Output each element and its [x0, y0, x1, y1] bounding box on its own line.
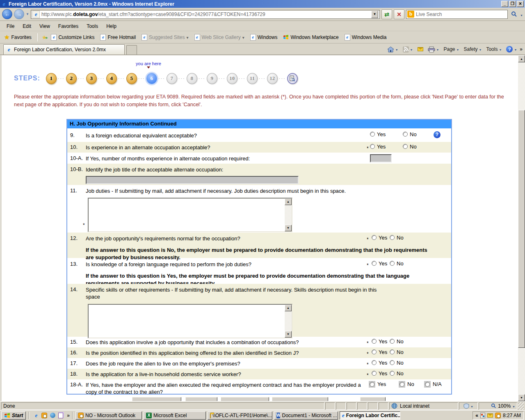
resize-grip[interactable] — [518, 402, 524, 410]
zoom-control[interactable]: 100% — [479, 402, 517, 410]
task-ie-active[interactable]: Foreign Labor Certific... — [340, 411, 400, 420]
partial-button[interactable] — [221, 397, 269, 401]
search-input[interactable] — [416, 11, 507, 17]
partial-button[interactable] — [360, 397, 386, 401]
step-4[interactable]: 4 — [106, 73, 117, 84]
tray-chevron[interactable] — [475, 413, 478, 418]
start-button[interactable]: Start — [1, 411, 26, 420]
more-commands-chevron[interactable] — [520, 46, 523, 52]
home-button[interactable] — [386, 46, 400, 53]
minimize-button[interactable] — [501, 1, 508, 7]
scroll-down-icon[interactable] — [518, 394, 525, 401]
quick-launch-chevron[interactable] — [67, 413, 70, 418]
q11-textarea-scrollbar[interactable] — [285, 199, 292, 231]
fav-link-windows-media[interactable]: Windows Media — [343, 34, 388, 41]
q15-no-radio[interactable] — [390, 339, 395, 344]
fav-link-suggested-sites[interactable]: Suggested Sites — [140, 34, 190, 41]
q13-yes-radio[interactable] — [372, 261, 377, 266]
task-network-folder[interactable]: \\OFLC-ATL-FP01\Home\... — [208, 411, 272, 420]
protected-mode-pane[interactable] — [459, 402, 478, 410]
q14-skills-textarea[interactable] — [89, 305, 285, 338]
scroll-up-icon[interactable] — [518, 55, 525, 62]
stop-button[interactable] — [394, 9, 404, 19]
task-word-document[interactable]: Document1 - Microsoft ... — [274, 411, 338, 420]
q18a-yes-radio[interactable] — [370, 382, 374, 387]
print-button[interactable] — [426, 46, 441, 53]
q10a-months-input[interactable] — [370, 154, 392, 162]
menu-view[interactable]: View — [35, 22, 54, 30]
partial-button[interactable] — [132, 397, 181, 401]
fav-link-windows-marketplace[interactable]: Windows Marketplace — [281, 34, 340, 40]
q17-yes-radio[interactable] — [372, 360, 377, 365]
restore-button[interactable] — [509, 1, 516, 7]
q18a-no-radio[interactable] — [399, 382, 404, 387]
outlook-reminder-tray-icon[interactable] — [495, 413, 501, 418]
forward-button[interactable] — [14, 9, 24, 19]
q14-textarea-scrollbar[interactable] — [285, 305, 292, 338]
tab-foreign-labor-certification[interactable]: Foreign Labor Certification, Version 2.0… — [3, 44, 125, 55]
partial-button[interactable] — [272, 397, 328, 401]
q10b-job-title-input[interactable] — [86, 176, 299, 184]
q16-yes-radio[interactable] — [372, 349, 377, 354]
read-mail-button[interactable] — [416, 46, 425, 52]
menu-favorites[interactable]: Favorites — [54, 22, 82, 30]
safety-menu[interactable]: Safety — [462, 46, 483, 53]
task-excel[interactable]: Microsoft Excel — [144, 411, 206, 420]
step-2[interactable]: 2 — [66, 73, 77, 84]
q9-yes-radio[interactable] — [370, 132, 375, 137]
sync-tray-icon[interactable] — [480, 413, 485, 418]
scroll-down-icon[interactable] — [285, 225, 292, 231]
page-menu[interactable]: Page — [442, 46, 461, 53]
scrollbar-thumb[interactable] — [518, 110, 525, 348]
document-quicklaunch-icon[interactable] — [57, 412, 64, 419]
task-outlook[interactable]: NO - Microsoft Outlook — [75, 411, 142, 420]
tools-menu[interactable]: Tools — [484, 46, 503, 53]
menu-file[interactable]: File — [2, 22, 18, 30]
close-button[interactable] — [517, 1, 524, 7]
step-5[interactable]: 5 — [126, 73, 137, 84]
q17-no-radio[interactable] — [390, 360, 395, 365]
favorites-button[interactable]: Favorites — [2, 34, 33, 41]
new-mail-tray-icon[interactable] — [487, 413, 493, 418]
q9-no-radio[interactable] — [403, 132, 408, 137]
fav-link-web-slice-gallery[interactable]: Web Slice Gallery — [193, 34, 246, 41]
outlook-quicklaunch-icon[interactable] — [41, 412, 48, 419]
search-button[interactable] — [509, 9, 518, 19]
menu-help[interactable]: Help — [102, 22, 121, 30]
fav-link-customize-links[interactable]: Customize Links — [49, 34, 96, 41]
search-box[interactable] — [406, 10, 508, 19]
messenger-quicklaunch-icon[interactable] — [49, 412, 56, 419]
step-6-current[interactable]: 6 — [146, 73, 157, 84]
step-preview[interactable] — [287, 73, 298, 84]
vertical-scrollbar[interactable] — [518, 55, 525, 401]
help-button[interactable] — [504, 45, 518, 53]
address-field[interactable]: http://www.plc.doleta.gov/eta_start.cfm?… — [31, 10, 380, 19]
q13-no-radio[interactable] — [390, 261, 395, 266]
q18-yes-radio[interactable] — [372, 371, 377, 376]
add-to-favorites-icon[interactable] — [42, 34, 47, 41]
q12-no-radio[interactable] — [390, 235, 395, 240]
back-button[interactable] — [2, 9, 12, 19]
partial-button[interactable] — [185, 397, 217, 401]
q11-job-duties-textarea[interactable] — [89, 199, 285, 231]
scroll-up-icon[interactable] — [285, 199, 292, 205]
q10-yes-radio[interactable] — [370, 144, 375, 149]
fav-link-free-hotmail[interactable]: Free Hotmail — [98, 34, 137, 41]
q18a-na-radio[interactable] — [425, 382, 430, 387]
q18-no-radio[interactable] — [390, 371, 395, 376]
q15-yes-radio[interactable] — [372, 339, 377, 344]
scroll-up-icon[interactable] — [285, 305, 292, 311]
new-tab-button[interactable] — [126, 45, 137, 55]
q16-no-radio[interactable] — [390, 349, 395, 354]
fav-link-windows[interactable]: Windows — [249, 34, 279, 41]
menu-edit[interactable]: Edit — [18, 22, 35, 30]
step-1[interactable]: 1 — [46, 73, 57, 84]
refresh-button[interactable] — [381, 9, 392, 19]
address-dropdown-button[interactable] — [371, 11, 378, 18]
q9-help-icon[interactable] — [434, 131, 441, 138]
ie-quicklaunch-icon[interactable] — [33, 412, 39, 419]
step-3[interactable]: 3 — [86, 73, 97, 84]
menu-tools[interactable]: Tools — [82, 22, 102, 30]
recent-pages-dropdown-icon[interactable] — [26, 12, 29, 16]
q10-no-radio[interactable] — [403, 144, 408, 149]
